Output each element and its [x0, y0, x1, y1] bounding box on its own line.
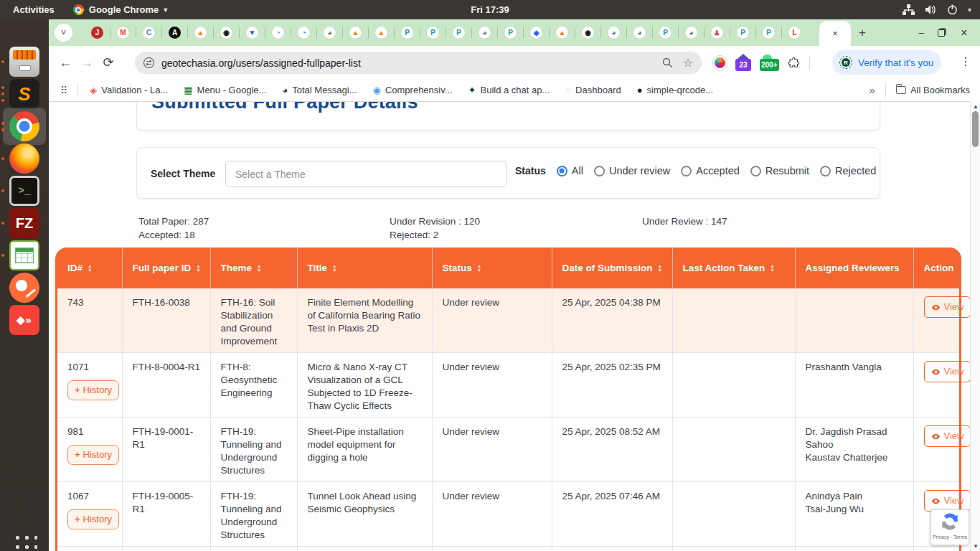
radio-icon[interactable]	[820, 166, 831, 176]
site-settings-icon[interactable]	[143, 57, 154, 68]
theme-select[interactable]: Select a Theme	[225, 161, 507, 187]
network-icon[interactable]	[903, 4, 915, 15]
radio-icon[interactable]	[594, 166, 605, 176]
bookmarks-overflow-chevron[interactable]: »	[870, 84, 875, 96]
reload-button[interactable]: ⟳	[98, 55, 119, 70]
history-button[interactable]: +History	[67, 445, 119, 465]
tab-favicon-red-j[interactable]: J	[91, 27, 103, 39]
browser-menu-kebab-icon[interactable]: ⋮	[960, 55, 971, 68]
tab-favicon-p-green[interactable]: P	[659, 27, 672, 39]
scrollbar-down-icon[interactable]: ▼	[971, 543, 980, 550]
extension-camera-icon[interactable]	[713, 56, 727, 70]
bookmark-simple-qrcode[interactable]: ●simple-qrcode...	[637, 85, 713, 95]
tab-search-button[interactable]: ˅	[55, 24, 72, 42]
page-scrollbar[interactable]: ▲ ▼	[970, 101, 980, 551]
dock-item-sublime-text[interactable]: S	[0, 77, 49, 110]
tab-favicon-black-square[interactable]: A	[169, 27, 181, 39]
extensions-puzzle-icon[interactable]	[788, 57, 801, 70]
tab-favicon-p-green[interactable]: P	[453, 27, 465, 39]
tab-favicon-globe[interactable]: ◕	[685, 27, 697, 39]
view-button[interactable]: View	[924, 425, 971, 447]
dock-item-terminal[interactable]: >_	[0, 174, 49, 207]
history-button[interactable]: +History	[67, 380, 119, 400]
forward-button[interactable]: →	[76, 55, 98, 70]
tab-favicon-black-disc[interactable]: ◉	[220, 27, 232, 39]
tab-favicon-pma[interactable]: ▲	[375, 27, 387, 39]
activities-button[interactable]: Activities	[13, 4, 55, 15]
status-radio-resubmit[interactable]: Resubmit	[750, 165, 809, 176]
tab-favicon-pma[interactable]: ▲	[556, 27, 568, 39]
tab-favicon-blue-shield[interactable]: ◆	[530, 27, 542, 39]
dock-item-postman[interactable]	[0, 271, 49, 304]
window-minimize-button[interactable]: –	[911, 19, 931, 46]
verify-profile-button[interactable]: R Verify that it's you	[832, 50, 941, 75]
tab-favicon-p-green[interactable]: P	[427, 27, 439, 39]
window-close-button[interactable]: ×	[954, 19, 974, 46]
tab-favicon-blue-disc[interactable]: ◔	[298, 27, 310, 39]
power-icon[interactable]	[947, 4, 958, 15]
extension-badge-200[interactable]: 200+	[760, 59, 779, 71]
recaptcha-badge[interactable]: Privacy - Terms	[930, 509, 969, 545]
system-menu-chevron-icon[interactable]: ▾	[968, 6, 971, 14]
radio-icon[interactable]	[557, 166, 567, 176]
bookmark-comprehensive[interactable]: ◉Comprehensiv...	[373, 85, 453, 95]
tab-favicon-globe[interactable]: ◕	[479, 27, 491, 39]
tab-favicon-p-green[interactable]: P	[504, 27, 517, 39]
bookmark-validation[interactable]: ◈Validation - La...	[90, 85, 168, 95]
status-radio-accepted[interactable]: Accepted	[681, 165, 739, 176]
column-header-full-paper-id[interactable]: Full paper ID▲▼	[122, 248, 210, 288]
column-header-status[interactable]: Status▲▼	[432, 248, 552, 288]
tab-favicon-p-green[interactable]: P	[737, 27, 749, 39]
view-button[interactable]: View	[924, 490, 971, 512]
apps-grid-icon[interactable]: ⠿	[60, 85, 67, 96]
dock-item-filezilla[interactable]: FZ	[0, 207, 49, 240]
show-applications-button[interactable]	[0, 530, 49, 551]
scrollbar-up-icon[interactable]: ▲	[971, 103, 980, 110]
status-radio-under-review[interactable]: Under review	[594, 165, 670, 176]
view-button[interactable]: View	[924, 296, 971, 318]
column-header-theme[interactable]: Theme▲▼	[210, 248, 297, 288]
dock-item-firefox[interactable]	[0, 142, 49, 175]
dock-item-red-diamond-app[interactable]: ◆»	[0, 303, 49, 336]
active-tab[interactable]: ×	[819, 21, 851, 46]
status-radio-all[interactable]: All	[557, 165, 583, 176]
tab-favicon-pma[interactable]: ▲	[349, 27, 362, 39]
bookmark-menu-google[interactable]: ▦Menu - Google...	[184, 85, 266, 95]
tab-favicon-black-disc[interactable]: ◉	[582, 27, 594, 39]
tab-favicon-blue-disc[interactable]: ◔	[272, 27, 284, 39]
close-tab-icon[interactable]: ×	[832, 28, 838, 39]
clock[interactable]: Fri 17:39	[471, 4, 509, 15]
zoom-icon[interactable]	[662, 57, 673, 68]
tab-favicon-globe[interactable]: ◕	[608, 27, 620, 39]
app-menu[interactable]: Google Chrome ▾	[73, 4, 168, 15]
window-restore-button[interactable]	[931, 19, 951, 46]
tab-favicon-p-green[interactable]: P	[763, 27, 775, 39]
tab-favicon-laravel[interactable]: L	[788, 27, 801, 39]
back-button[interactable]: ←	[55, 55, 76, 70]
view-button[interactable]: View	[924, 361, 971, 382]
bookmark-dashboard[interactable]: ◌Dashboard	[565, 85, 621, 95]
scrollbar-thumb[interactable]	[972, 111, 979, 147]
dock-item-files[interactable]	[0, 45, 49, 78]
new-tab-button[interactable]: +	[854, 24, 871, 42]
radio-icon[interactable]	[750, 166, 761, 176]
bookmark-star-icon[interactable]: ☆	[683, 56, 693, 70]
tab-favicon-globe[interactable]: ◕	[633, 27, 646, 39]
dock-item-libreoffice-calc[interactable]	[0, 239, 49, 272]
tab-favicon-gmail[interactable]: M	[117, 27, 129, 39]
column-header-last-action-taken[interactable]: Last Action Taken▲▼	[672, 248, 795, 288]
tab-favicon-p-green[interactable]: P	[401, 27, 413, 39]
tab-favicon-pma[interactable]: ▲	[194, 27, 207, 39]
dock-item-google-chrome[interactable]	[0, 110, 49, 143]
volume-icon[interactable]	[925, 4, 937, 15]
url-text[interactable]: geotechasia.org/users/assigned-fullpaper…	[161, 57, 662, 69]
tab-favicon-globe[interactable]: ◕	[324, 27, 336, 39]
column-header-date-of-submission[interactable]: Date of Submission▲▼	[552, 248, 672, 288]
column-header-id-[interactable]: ID#▲▼	[57, 248, 122, 288]
column-header-title[interactable]: Title▲▼	[297, 248, 432, 288]
tab-favicon-red-person[interactable]: ♟	[711, 27, 723, 39]
history-button[interactable]: +History	[67, 509, 119, 529]
tab-favicon-bitbucket[interactable]: ▼	[246, 27, 258, 39]
radio-icon[interactable]	[681, 166, 692, 176]
tab-favicon-chat[interactable]: C	[143, 27, 155, 39]
